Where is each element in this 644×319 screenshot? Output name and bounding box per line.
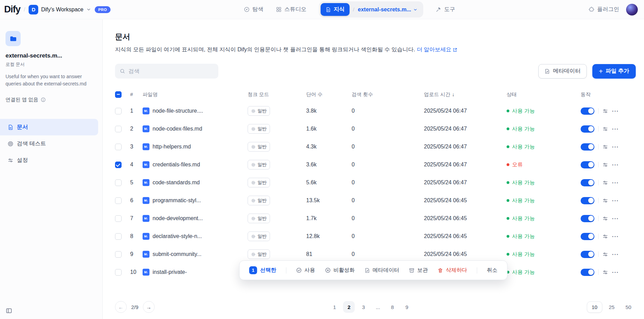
navbar-nav: 탐색 스튜디오 지식 / external-secrets.m... 도구 bbox=[111, 1, 589, 18]
navbar-right: 플러그인 bbox=[589, 4, 638, 16]
row-checkbox[interactable] bbox=[115, 269, 122, 276]
enable-toggle[interactable] bbox=[581, 143, 594, 151]
enable-toggle[interactable] bbox=[581, 161, 594, 168]
info-icon[interactable] bbox=[41, 97, 46, 102]
table-row[interactable]: 7 M↓ node-development... 일반 1.7k 0 2025/… bbox=[115, 209, 636, 227]
segment-settings-icon[interactable] bbox=[602, 251, 608, 257]
divider bbox=[598, 108, 599, 114]
nav-studio[interactable]: 스튜디오 bbox=[276, 6, 307, 13]
sidebar-item-retrieval-test[interactable]: 검색 테스트 bbox=[0, 135, 98, 152]
word-count-cell: 5.6k bbox=[306, 179, 352, 186]
segment-settings-icon[interactable] bbox=[602, 180, 608, 186]
knowledge-dataset-selector[interactable]: external-secrets.m... bbox=[358, 7, 418, 13]
user-avatar[interactable] bbox=[626, 4, 638, 16]
select-all-checkbox[interactable] bbox=[115, 91, 122, 98]
enable-toggle[interactable] bbox=[581, 179, 594, 186]
enable-toggle[interactable] bbox=[581, 251, 594, 258]
next-page-button[interactable]: → bbox=[143, 301, 155, 313]
page-button[interactable]: 2 bbox=[343, 301, 355, 313]
segment-settings-icon[interactable] bbox=[602, 198, 608, 204]
workspace-avatar: D bbox=[29, 5, 38, 14]
segment-settings-icon[interactable] bbox=[602, 126, 608, 132]
more-actions-icon[interactable]: ··· bbox=[612, 108, 619, 114]
collapse-sidebar-icon[interactable] bbox=[6, 307, 12, 314]
nav-tools[interactable]: 도구 bbox=[436, 6, 455, 13]
segment-settings-icon[interactable] bbox=[602, 216, 608, 222]
row-checkbox[interactable] bbox=[115, 144, 122, 150]
hit-count-cell: 0 bbox=[352, 144, 424, 150]
nav-knowledge[interactable]: 지식 bbox=[321, 3, 350, 16]
page-size-button[interactable]: 50 bbox=[621, 302, 636, 312]
learn-more-link[interactable]: 더 알아보세요 bbox=[417, 46, 457, 53]
more-actions-icon[interactable]: ··· bbox=[612, 198, 619, 204]
table-row[interactable]: 5 M↓ code-standards.md 일반 5.6k 0 2025/05… bbox=[115, 174, 636, 192]
row-checkbox[interactable] bbox=[115, 108, 122, 114]
markdown-file-icon: M↓ bbox=[143, 143, 149, 150]
metadata-bulk-button[interactable]: 메타데이터 bbox=[364, 267, 399, 274]
segment-settings-icon[interactable] bbox=[602, 162, 608, 168]
row-checkbox[interactable] bbox=[115, 162, 122, 168]
more-actions-icon[interactable]: ··· bbox=[612, 180, 619, 186]
row-checkbox[interactable] bbox=[115, 215, 122, 222]
more-actions-icon[interactable]: ··· bbox=[612, 144, 619, 150]
page-button[interactable]: 3 bbox=[357, 301, 369, 313]
segment-settings-icon[interactable] bbox=[602, 269, 608, 275]
disable-button[interactable]: 비활성화 bbox=[325, 267, 355, 274]
more-actions-icon[interactable]: ··· bbox=[612, 126, 619, 132]
enable-toggle[interactable] bbox=[581, 197, 594, 204]
enable-button[interactable]: 사용 bbox=[296, 267, 315, 274]
enable-toggle[interactable] bbox=[581, 269, 594, 276]
page-size-button[interactable]: 25 bbox=[604, 302, 619, 312]
search-input[interactable] bbox=[128, 68, 214, 74]
segment-settings-icon[interactable] bbox=[602, 108, 608, 114]
row-checkbox[interactable] bbox=[115, 126, 122, 132]
selected-count-badge: 1 bbox=[249, 266, 257, 274]
status-dot bbox=[507, 217, 509, 220]
table-row[interactable]: 3 M↓ http-helpers.md 일반 4.3k 0 2025/05/2… bbox=[115, 138, 636, 156]
more-actions-icon[interactable]: ··· bbox=[612, 216, 619, 222]
row-checkbox[interactable] bbox=[115, 179, 122, 186]
table-row[interactable]: 2 M↓ node-codex-files.md 일반 1.6k 0 2025/… bbox=[115, 120, 636, 138]
sidebar-item-settings[interactable]: 설정 bbox=[0, 152, 98, 168]
chunk-mode-cell: 일반 bbox=[248, 124, 306, 134]
status-label: 사용 가능 bbox=[512, 269, 535, 276]
sidebar-item-documents[interactable]: 문서 bbox=[0, 119, 98, 135]
segment-settings-icon[interactable] bbox=[602, 144, 608, 150]
page-button[interactable]: 9 bbox=[401, 301, 413, 313]
more-actions-icon[interactable]: ··· bbox=[612, 162, 619, 168]
metadata-button[interactable]: 메타데이터 bbox=[538, 64, 587, 79]
prev-page-button[interactable]: ← bbox=[115, 301, 127, 313]
col-upload-time[interactable]: 업로드 시간 ↓ bbox=[424, 91, 507, 98]
row-checkbox[interactable] bbox=[115, 251, 122, 258]
row-checkbox[interactable] bbox=[115, 197, 122, 204]
status-label: 사용 가능 bbox=[512, 107, 535, 115]
table-row[interactable]: 4 M↓ credentials-files.md 일반 3.6k 0 2025… bbox=[115, 156, 636, 174]
enable-toggle[interactable] bbox=[581, 233, 594, 240]
page-button[interactable]: 8 bbox=[386, 301, 398, 313]
enable-toggle[interactable] bbox=[581, 125, 594, 133]
add-file-button[interactable]: + 파일 추가 bbox=[592, 64, 636, 79]
page-size-button[interactable]: 10 bbox=[587, 301, 602, 313]
table-row[interactable]: 1 M↓ node-file-structure.... 일반 3.8k 0 2… bbox=[115, 102, 636, 120]
row-checkbox[interactable] bbox=[115, 233, 122, 240]
more-actions-icon[interactable]: ··· bbox=[612, 269, 619, 275]
table-row[interactable]: 6 M↓ programmatic-styl... 일반 13.5k 0 202… bbox=[115, 192, 636, 209]
divider bbox=[598, 198, 599, 203]
nav-plugins[interactable]: 플러그인 bbox=[589, 6, 619, 13]
dify-logo[interactable]: Dify bbox=[3, 4, 20, 15]
page-button[interactable]: 1 bbox=[329, 301, 340, 313]
more-actions-icon[interactable]: ··· bbox=[612, 234, 619, 239]
table-row[interactable]: 8 M↓ declarative-style-n... 일반 12.8k 0 2… bbox=[115, 227, 636, 245]
more-actions-icon[interactable]: ··· bbox=[612, 251, 619, 257]
cancel-button[interactable]: 취소 bbox=[487, 267, 498, 274]
workspace-switcher[interactable]: D Dify's Workspace bbox=[29, 5, 91, 14]
segment-settings-icon[interactable] bbox=[602, 234, 608, 239]
archive-button[interactable]: 보관 bbox=[409, 267, 428, 274]
status-cell: 오류 bbox=[507, 161, 581, 168]
actions-cell: ··· bbox=[581, 161, 636, 168]
enable-toggle[interactable] bbox=[581, 107, 594, 115]
status-label: 사용 가능 bbox=[512, 179, 535, 186]
enable-toggle[interactable] bbox=[581, 215, 594, 222]
nav-explore[interactable]: 탐색 bbox=[244, 6, 263, 13]
delete-button[interactable]: 삭제하다 bbox=[438, 267, 467, 274]
